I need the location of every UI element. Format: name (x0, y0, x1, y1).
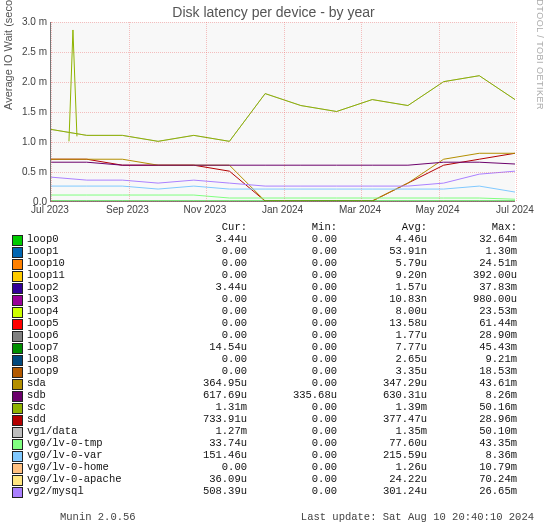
x-tick: Jul 2024 (496, 204, 534, 215)
legend-swatch (12, 355, 23, 366)
plot-area (50, 22, 515, 202)
legend-swatch (12, 415, 23, 426)
legend-swatch (12, 319, 23, 330)
legend-row: loop23.44u0.001.57u37.83m (12, 282, 532, 294)
legend-swatch (12, 271, 23, 282)
legend-row: sdd733.91u0.00377.47u28.96m (12, 414, 532, 426)
legend-min: 0.00 (247, 486, 337, 498)
legend-swatch (12, 343, 23, 354)
legend-cur: 508.39u (157, 486, 247, 498)
legend-name: loop9 (27, 366, 157, 378)
legend-table: Cur: Min: Avg: Max: loop03.44u0.004.46u3… (12, 222, 532, 498)
legend-avg: 301.24u (337, 486, 427, 498)
x-tick: May 2024 (416, 204, 460, 215)
legend-row: sdb617.69u335.68u630.31u8.26m (12, 390, 532, 402)
legend-row: loop90.000.003.35u18.53m (12, 366, 532, 378)
legend-row: loop10.000.0053.91n1.30m (12, 246, 532, 258)
legend-name: sdc (27, 402, 157, 414)
legend-row: vg2/mysql508.39u0.00301.24u26.65m (12, 486, 532, 498)
legend-swatch (12, 235, 23, 246)
legend-row: loop30.000.0010.83n980.00u (12, 294, 532, 306)
y-tick: 3.0 m (7, 16, 47, 27)
legend-row: loop50.000.0013.58u61.44m (12, 318, 532, 330)
legend-swatch (12, 247, 23, 258)
x-tick: Nov 2023 (184, 204, 227, 215)
legend-swatch (12, 451, 23, 462)
footer: Munin 2.0.56 Last update: Sat Aug 10 20:… (0, 511, 540, 523)
chart-title: Disk latency per device - by year (0, 4, 547, 20)
legend-name: vg2/mysql (27, 486, 157, 498)
legend-swatch (12, 439, 23, 450)
legend-name: sdb (27, 390, 157, 402)
legend-swatch (12, 487, 23, 498)
legend-swatch (12, 391, 23, 402)
legend-swatch (12, 295, 23, 306)
x-tick: Jan 2024 (262, 204, 303, 215)
legend-row: loop40.000.008.00u23.53m (12, 306, 532, 318)
legend-row: loop714.54u0.007.77u45.43m (12, 342, 532, 354)
last-update: Last update: Sat Aug 10 20:40:10 2024 (301, 511, 534, 523)
legend-name: sda (27, 378, 157, 390)
y-tick: 0.5 m (7, 166, 47, 177)
legend-swatch (12, 403, 23, 414)
x-tick: Jul 2023 (31, 204, 69, 215)
legend-header-row: Cur: Min: Avg: Max: (12, 222, 532, 234)
legend-swatch (12, 283, 23, 294)
x-tick: Sep 2023 (106, 204, 149, 215)
legend-swatch (12, 307, 23, 318)
y-tick: 1.5 m (7, 106, 47, 117)
legend-swatch (12, 367, 23, 378)
munin-version: Munin 2.0.56 (60, 511, 136, 523)
legend-row: loop100.000.005.79u24.51m (12, 258, 532, 270)
legend-row: vg0/lv-0-apache36.09u0.0024.22u70.24m (12, 474, 532, 486)
y-tick: 2.5 m (7, 46, 47, 57)
legend-swatch (12, 331, 23, 342)
legend-swatch (12, 259, 23, 270)
legend-max: 26.65m (427, 486, 517, 498)
legend-row: loop110.000.009.20n392.00u (12, 270, 532, 282)
y-tick: 2.0 m (7, 76, 47, 87)
legend-row: loop03.44u0.004.46u32.64m (12, 234, 532, 246)
rrdtool-watermark: RRDTOOL / TOBI OETIKER (535, 0, 545, 110)
legend-swatch (12, 379, 23, 390)
legend-swatch (12, 463, 23, 474)
legend-row: sdc1.31m0.001.39m50.16m (12, 402, 532, 414)
legend-row: sda364.95u0.00347.29u43.61m (12, 378, 532, 390)
x-tick: Mar 2024 (339, 204, 381, 215)
chart-container: Disk latency per device - by year Averag… (0, 0, 547, 527)
legend-swatch (12, 427, 23, 438)
legend-row: loop80.000.002.65u9.21m (12, 354, 532, 366)
y-tick: 1.0 m (7, 136, 47, 147)
legend-row: loop60.000.001.77u28.90m (12, 330, 532, 342)
legend-swatch (12, 475, 23, 486)
